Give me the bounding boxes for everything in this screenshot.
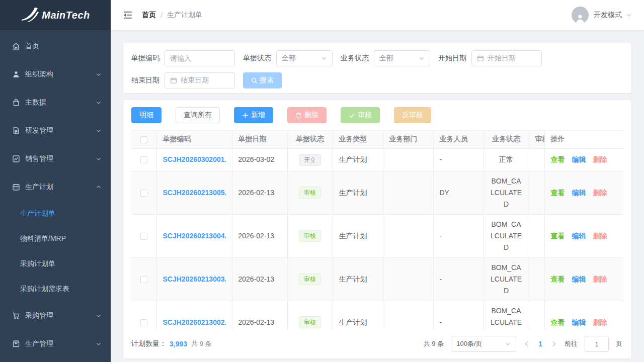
detail-button-label: 明细 [139,111,153,120]
sidebar-item-rnd[interactable]: 研发管理 [0,117,111,145]
sidebar-item-masterdata[interactable]: 主数据 [0,88,111,117]
table-row: SCJH20260302001... 2026-03-02 开立 生产计划 - … [131,148,623,171]
main-content: 单据编码 单据状态 全部 业务状态 全部 [111,30,644,362]
page-size-select[interactable]: 100条/页 [451,336,516,352]
user-icon [12,70,20,78]
delete-link[interactable]: 删除 [593,275,607,283]
doc-date-cell: 2026-02-13 [232,301,287,329]
delete-button[interactable]: 删除 [287,107,327,123]
doc-code-link[interactable]: SCJH20260213003... [163,274,226,285]
doc-code-link[interactable]: SCJH20260213005... [163,187,226,199]
edit-link[interactable]: 编辑 [572,189,586,197]
table-row: SCJH20260213005... 2026-02-13 审核 生产计划 DY… [131,171,623,214]
row-actions-cell: 查看编辑删除 [544,171,623,214]
edit-link[interactable]: 编辑 [572,232,586,240]
sidebar-item-production-mgmt[interactable]: 生产管理 [0,330,111,358]
current-page[interactable]: 1 [537,340,543,348]
filter-doc-status: 单据状态 全部 [243,50,333,66]
sidebar-subitem-purchase-demand[interactable]: 采购计划需求表 [0,277,111,302]
user-menu[interactable]: 开发模式 [572,7,632,24]
view-link[interactable]: 查看 [551,318,565,326]
data-table-wrap: 单据编码 单据日期 单据状态 业务类型 业务部门 业务人员 业务状态 审核 操作 [131,130,623,329]
delete-button-label: 删除 [304,111,318,120]
brand-name: MainTech [42,10,90,21]
select-all-checkbox[interactable] [140,136,147,143]
audit-button[interactable]: 审核 [341,107,380,123]
doc-code-link[interactable]: SCJH20260213002... [163,317,226,328]
calendar-icon [477,55,484,62]
edit-link[interactable]: 编辑 [572,275,586,283]
audit-cell [529,257,544,301]
chart-icon [12,155,20,163]
delete-link[interactable]: 删除 [593,232,607,240]
doc-code-label: 单据编码 [131,54,159,63]
sidebar-item-org[interactable]: 组织架构 [0,60,111,88]
sidebar-item-label: 组织架构 [25,70,96,79]
breadcrumb-separator: / [160,11,163,19]
sidebar-subitem-bom-mrp[interactable]: 物料清单/MRP [0,226,111,251]
row-checkbox[interactable] [140,190,147,197]
add-button[interactable]: 新增 [234,107,273,123]
sidebar-subitem-purchase-plan-doc[interactable]: 采购计划单 [0,251,111,277]
home-icon [12,42,20,50]
start-date-picker[interactable]: 开始日期 [471,50,542,66]
row-actions-cell: 查看编辑删除 [544,214,623,257]
audit-cell [529,171,544,214]
chevron-down-icon [505,341,511,347]
view-link[interactable]: 查看 [551,232,565,240]
sidebar-fold-icon[interactable] [123,10,133,20]
sidebar-subitem-label: 采购计划需求表 [20,285,69,294]
cart-icon [12,312,20,320]
delete-link[interactable]: 删除 [593,189,607,197]
view-link[interactable]: 查看 [551,189,565,197]
chevron-down-icon [96,341,102,347]
goto-page-input[interactable] [585,336,609,352]
sidebar-item-production-plan[interactable]: 生产计划 [0,173,111,201]
chevron-down-icon [626,12,632,18]
audit-button-label: 审核 [358,111,372,120]
delete-link[interactable]: 删除 [593,155,607,163]
sidebar-item-sales[interactable]: 销售管理 [0,145,111,173]
search-button[interactable]: 搜索 [243,72,282,88]
delete-link[interactable]: 删除 [593,318,607,326]
end-date-picker[interactable]: 结束日期 [165,72,235,88]
edit-link[interactable]: 编辑 [572,318,586,326]
sidebar-item-label: 主数据 [25,98,96,107]
view-link[interactable]: 查看 [551,275,565,283]
prev-page-icon[interactable] [523,340,530,347]
document-icon [12,127,20,135]
audit-cell [529,214,544,257]
doc-status-badge: 审核 [299,230,321,242]
biz-status-select[interactable]: 全部 [374,50,430,66]
chevron-up-icon [96,184,102,190]
unaudit-button[interactable]: 反审核 [394,107,431,123]
query-all-button[interactable]: 查询所有 [176,107,220,123]
sidebar-item-purchase[interactable]: 采购管理 [0,302,111,330]
view-link[interactable]: 查看 [551,155,565,163]
doc-code-input[interactable] [170,54,229,62]
row-checkbox[interactable] [140,276,147,283]
sidebar-subitem-production-plan-doc[interactable]: 生产计划单 [0,201,111,226]
breadcrumb-home[interactable]: 首页 [142,11,156,20]
row-checkbox[interactable] [140,156,147,163]
filter-row-1: 单据编码 单据状态 全部 业务状态 全部 [131,50,623,66]
box-icon [12,340,20,348]
edit-link[interactable]: 编辑 [572,155,586,163]
biz-person-cell: DY [433,171,484,214]
col-header-doc-date: 单据日期 [232,131,287,148]
goto-unit: 页 [616,339,622,348]
detail-button[interactable]: 明细 [131,107,162,123]
row-checkbox[interactable] [140,319,147,326]
search-button-label: 搜索 [260,76,274,85]
sidebar: MainTech 首页 组织架构 主数据 研发管理 [0,0,111,362]
row-checkbox[interactable] [140,233,147,240]
doc-code-link[interactable]: SCJH20260302001... [163,154,226,165]
doc-status-select[interactable]: 全部 [276,50,333,66]
user-name: 开发模式 [594,11,622,20]
filter-biz-status: 业务状态 全部 [341,50,430,66]
chevron-down-icon [419,55,425,61]
next-page-icon[interactable] [550,340,557,347]
doc-code-link[interactable]: SCJH20260213004... [163,230,226,242]
col-header-doc-code: 单据编码 [156,131,232,148]
sidebar-item-home[interactable]: 首页 [0,32,111,60]
